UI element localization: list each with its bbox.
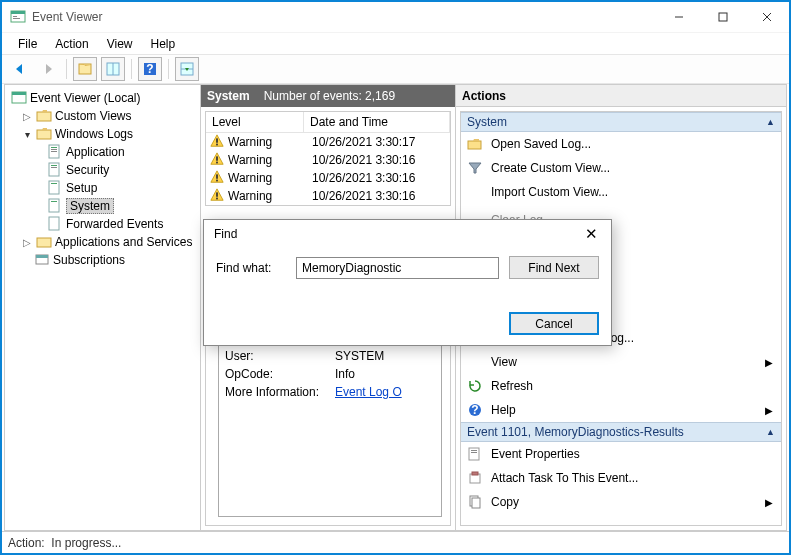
action-open-saved-log[interactable]: Open Saved Log... (461, 132, 781, 156)
table-row[interactable]: Warning10/26/2021 3:30:16 (206, 151, 450, 169)
svg-rect-53 (472, 498, 480, 508)
copy-icon (467, 494, 483, 510)
find-dialog: Find ✕ Find what: Find Next Cancel (203, 219, 612, 346)
close-button[interactable] (745, 2, 789, 32)
maximize-button[interactable] (701, 2, 745, 32)
app-icon (11, 90, 27, 106)
find-cancel-button[interactable]: Cancel (509, 312, 599, 335)
event-viewer-window: Event Viewer File Action View Help ? Eve… (0, 0, 791, 555)
table-row[interactable]: Warning10/26/2021 3:30:16 (206, 169, 450, 187)
log-icon (47, 198, 63, 214)
svg-rect-47 (469, 448, 479, 460)
status-bar: Action: In progress... (2, 531, 789, 553)
forward-button[interactable] (36, 57, 60, 81)
find-next-button[interactable]: Find Next (509, 256, 599, 279)
action-refresh[interactable]: Refresh (461, 374, 781, 398)
blank-icon (467, 354, 483, 370)
help-toolbar-button[interactable]: ? (138, 57, 162, 81)
folder-icon (36, 234, 52, 250)
tree-security[interactable]: Security (7, 161, 200, 179)
svg-rect-34 (216, 138, 218, 142)
svg-rect-27 (51, 183, 57, 184)
svg-rect-24 (51, 165, 57, 166)
log-icon (47, 216, 63, 232)
svg-rect-41 (216, 197, 218, 199)
collapse-icon: ▲ (766, 117, 775, 127)
app-icon (10, 9, 26, 25)
col-level[interactable]: Level (206, 112, 304, 132)
svg-rect-3 (13, 18, 20, 19)
svg-rect-29 (51, 201, 57, 202)
menu-file[interactable]: File (10, 35, 45, 53)
folder-icon (36, 108, 52, 124)
svg-text:?: ? (471, 403, 478, 417)
panel-button-2[interactable] (175, 57, 199, 81)
svg-rect-39 (216, 179, 218, 181)
action-event-properties[interactable]: Event Properties (461, 442, 781, 466)
svg-rect-1 (11, 11, 25, 14)
event-log-online-link[interactable]: Event Log O (335, 385, 402, 403)
tree-application[interactable]: Application (7, 143, 200, 161)
toolbar: ? (2, 54, 789, 84)
warning-icon (210, 134, 224, 151)
attach-task-icon (467, 470, 483, 486)
action-help[interactable]: ?Help▶ (461, 398, 781, 422)
events-list[interactable]: Level Date and Time Warning10/26/2021 3:… (205, 111, 451, 206)
svg-rect-23 (49, 163, 59, 176)
events-list-header[interactable]: Level Date and Time (206, 112, 450, 133)
action-attach-task-event[interactable]: Attach Task To This Event... (461, 466, 781, 490)
svg-rect-2 (13, 16, 17, 17)
find-what-input[interactable] (296, 257, 499, 279)
find-close-button[interactable]: ✕ (571, 225, 611, 243)
tree-system[interactable]: System (7, 197, 200, 215)
action-view[interactable]: View▶ (461, 350, 781, 374)
menu-action[interactable]: Action (47, 35, 96, 53)
tree-subscriptions[interactable]: Subscriptions (7, 251, 200, 269)
warning-icon (210, 152, 224, 169)
tree-custom-views[interactable]: ▷Custom Views (7, 107, 200, 125)
find-dialog-title: Find (214, 227, 237, 241)
svg-rect-35 (216, 143, 218, 145)
warning-icon (210, 170, 224, 187)
warning-icon (210, 188, 224, 205)
chevron-right-icon: ▶ (765, 357, 773, 368)
folder-open-icon (467, 136, 483, 152)
actions-section-event[interactable]: Event 1101, MemoryDiagnostics-Results▲ (461, 422, 781, 442)
blank-icon (467, 184, 483, 200)
action-create-custom-view[interactable]: Create Custom View... (461, 156, 781, 180)
tree-forwarded[interactable]: Forwarded Events (7, 215, 200, 233)
menu-view[interactable]: View (99, 35, 141, 53)
show-tree-button[interactable] (73, 57, 97, 81)
action-import-custom-view[interactable]: Import Custom View... (461, 180, 781, 204)
svg-rect-37 (216, 161, 218, 163)
tree-apps-services[interactable]: ▷Applications and Services (7, 233, 200, 251)
svg-rect-42 (468, 141, 481, 149)
tree-root[interactable]: Event Viewer (Local) (7, 89, 200, 107)
console-tree[interactable]: Event Viewer (Local) ▷Custom Views ▾Wind… (5, 85, 201, 530)
col-date[interactable]: Date and Time (304, 112, 450, 132)
actions-header: Actions (456, 85, 786, 107)
minimize-button[interactable] (657, 2, 701, 32)
svg-rect-22 (51, 151, 57, 152)
panel-button-1[interactable] (101, 57, 125, 81)
log-icon (47, 180, 63, 196)
table-row[interactable]: Warning10/26/2021 3:30:17 (206, 133, 450, 151)
log-icon (47, 162, 63, 178)
svg-rect-40 (216, 192, 218, 196)
svg-rect-49 (471, 452, 477, 453)
tree-setup[interactable]: Setup (7, 179, 200, 197)
events-header: System Number of events: 2,169 (201, 85, 455, 107)
find-what-label: Find what: (216, 261, 286, 275)
svg-rect-17 (37, 112, 51, 121)
action-copy[interactable]: Copy▶ (461, 490, 781, 514)
actions-section-system[interactable]: System▲ (461, 112, 781, 132)
menu-help[interactable]: Help (143, 35, 184, 53)
detail-body: Level:Information User:SYSTEM OpCode:Inf… (218, 326, 442, 517)
svg-rect-48 (471, 450, 477, 451)
table-row[interactable]: Warning10/26/2021 3:30:16 (206, 187, 450, 205)
events-header-name: System (207, 89, 250, 103)
subscriptions-icon (34, 252, 50, 268)
svg-rect-36 (216, 156, 218, 160)
tree-windows-logs[interactable]: ▾Windows Logs (7, 125, 200, 143)
back-button[interactable] (8, 57, 32, 81)
